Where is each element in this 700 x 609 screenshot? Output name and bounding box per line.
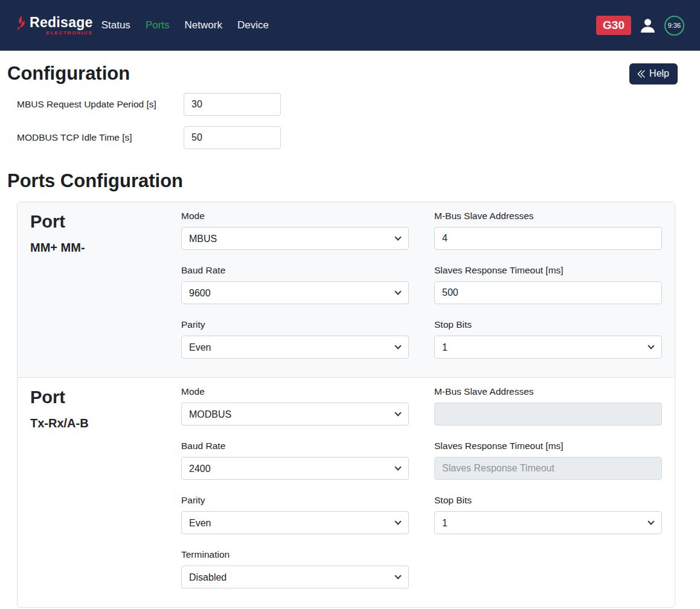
nav-item-network[interactable]: Network xyxy=(185,19,222,31)
mode-select[interactable]: MODBUS xyxy=(181,403,409,426)
field-response-timeout: Slaves Response Timeout [ms] xyxy=(434,265,662,304)
brand-name: Redisage xyxy=(30,16,93,30)
mbus-addresses-input-disabled xyxy=(434,403,662,426)
config-row-mbus-period: MBUS Request Update Period [s] xyxy=(17,93,700,116)
page-title-configuration: Configuration xyxy=(7,63,130,84)
parity-select[interactable]: Even xyxy=(181,336,409,359)
port-subtitle: MM+ MM- xyxy=(30,241,181,255)
nav-item-device[interactable]: Device xyxy=(237,19,269,31)
response-timeout-input[interactable] xyxy=(434,281,662,304)
field-parity: Parity Even xyxy=(181,319,409,359)
port-title: Port xyxy=(30,212,181,232)
mbus-period-label: MBUS Request Update Period [s] xyxy=(17,99,184,110)
nav-item-status[interactable]: Status xyxy=(101,19,130,31)
stop-bits-select[interactable]: 1 xyxy=(434,511,662,534)
field-stop-bits: Stop Bits 1 xyxy=(434,319,662,359)
stop-bits-select[interactable]: 1 xyxy=(434,336,662,359)
configuration-header: Configuration Help xyxy=(0,51,700,87)
modbus-idle-label: MODBUS TCP Idle Time [s] xyxy=(17,132,184,143)
baud-rate-label: Baud Rate xyxy=(181,441,409,451)
field-baud-rate: Baud Rate 9600 xyxy=(181,265,409,304)
field-mbus-addresses: M-Bus Slave Addresses xyxy=(434,211,662,250)
mbus-addresses-label: M-Bus Slave Addresses xyxy=(434,211,662,222)
port-subtitle: Tx-Rx/A-B xyxy=(30,416,181,430)
port-card-heading: Port MM+ MM- xyxy=(30,211,181,374)
baud-rate-label: Baud Rate xyxy=(181,265,409,276)
port-card-modbus: Port Tx-Rx/A-B Mode MODBUS M-Bus Slave A… xyxy=(18,378,675,607)
navbar: Redisage ELECTRONICS Status Ports Networ… xyxy=(0,0,700,51)
parity-label: Parity xyxy=(181,495,409,506)
brand-subtitle: ELECTRONICS xyxy=(30,31,93,36)
double-chevron-left-icon xyxy=(635,68,647,80)
field-mode: Mode MODBUS xyxy=(181,386,409,426)
termination-select[interactable]: Disabled xyxy=(181,566,409,588)
mbus-addresses-label: M-Bus Slave Addresses xyxy=(434,386,662,397)
field-termination: Termination Disabled xyxy=(181,549,409,588)
nav-item-ports[interactable]: Ports xyxy=(146,19,170,31)
field-parity: Parity Even xyxy=(181,495,409,534)
configuration-form: MBUS Request Update Period [s] MODBUS TC… xyxy=(0,87,700,165)
response-timeout-label: Slaves Response Timeout [ms] xyxy=(434,265,662,276)
device-model-badge: G30 xyxy=(596,16,631,36)
termination-label: Termination xyxy=(181,549,409,560)
modbus-idle-input[interactable] xyxy=(184,126,281,149)
help-button-label: Help xyxy=(649,68,669,79)
response-timeout-label: Slaves Response Timeout [ms] xyxy=(434,441,662,451)
baud-rate-select[interactable]: 2400 xyxy=(181,457,409,480)
port-card-heading: Port Tx-Rx/A-B xyxy=(30,386,181,604)
help-button[interactable]: Help xyxy=(629,63,678,84)
port-form: Mode MODBUS M-Bus Slave Addresses Baud R… xyxy=(181,386,662,604)
port-title: Port xyxy=(30,387,181,407)
field-response-timeout: Slaves Response Timeout [ms] xyxy=(434,441,662,480)
session-timer-badge: 9:36 xyxy=(664,16,684,36)
field-mode: Mode MBUS xyxy=(181,211,409,250)
field-baud-rate: Baud Rate 2400 xyxy=(181,441,409,480)
mode-label: Mode xyxy=(181,386,409,397)
port-card-mbus: Port MM+ MM- Mode MBUS M-Bus Slave Addre… xyxy=(18,202,675,378)
stop-bits-label: Stop Bits xyxy=(434,319,662,330)
redisage-logo-icon xyxy=(16,16,27,34)
ports-cards-container: Port MM+ MM- Mode MBUS M-Bus Slave Addre… xyxy=(17,202,675,608)
user-icon[interactable] xyxy=(639,17,657,34)
field-stop-bits: Stop Bits 1 xyxy=(434,495,662,534)
page-title-ports-configuration: Ports Configuration xyxy=(0,165,700,202)
field-mbus-addresses: M-Bus Slave Addresses xyxy=(434,386,662,426)
baud-rate-select[interactable]: 9600 xyxy=(181,281,409,304)
config-row-modbus-idle: MODBUS TCP Idle Time [s] xyxy=(17,126,700,149)
mode-select[interactable]: MBUS xyxy=(181,227,409,250)
port-form: Mode MBUS M-Bus Slave Addresses Baud Rat… xyxy=(181,211,662,374)
navbar-right: G30 9:36 xyxy=(596,16,684,36)
mbus-addresses-input[interactable] xyxy=(434,227,662,250)
response-timeout-input-disabled xyxy=(434,457,662,480)
parity-label: Parity xyxy=(181,319,409,330)
stop-bits-label: Stop Bits xyxy=(434,495,662,506)
nav-links: Status Ports Network Device xyxy=(101,19,269,31)
brand-logo[interactable]: Redisage ELECTRONICS xyxy=(16,16,93,36)
mbus-period-input[interactable] xyxy=(184,93,281,116)
parity-select[interactable]: Even xyxy=(181,511,409,534)
mode-label: Mode xyxy=(181,211,409,222)
